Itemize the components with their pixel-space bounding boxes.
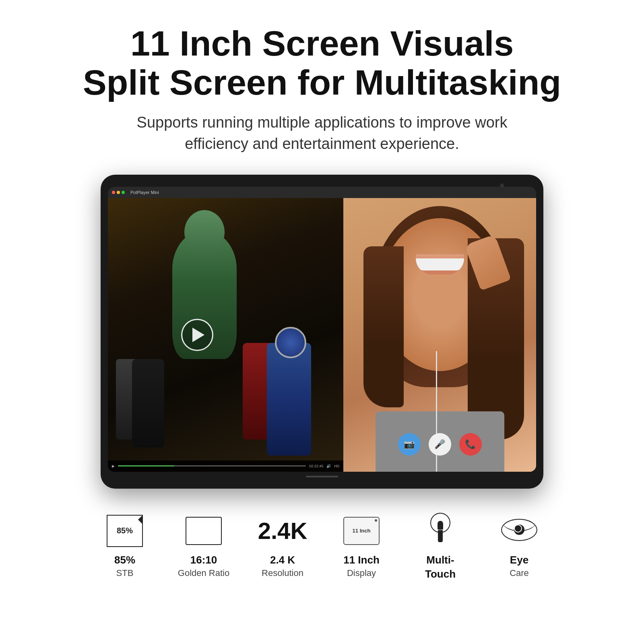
stb-icon: 85% <box>107 515 143 547</box>
blackwidow-figure <box>132 359 164 448</box>
window-title: PotPlayer Mini <box>130 190 159 195</box>
tablet-section: PotPlayer Mini <box>101 175 543 489</box>
progress-fill <box>118 465 174 466</box>
home-indicator <box>306 476 338 477</box>
tablet-frame: PotPlayer Mini <box>101 175 543 489</box>
feature-touch: Multi- Touch <box>404 513 477 580</box>
main-title: 11 Inch Screen Visuals Split Screen for … <box>32 24 612 102</box>
touch-icon-container <box>418 513 462 549</box>
feature-display: 11 Inch 11 Inch Display <box>325 513 398 578</box>
ratio-icon-container <box>182 513 226 549</box>
minimize-dot <box>117 191 120 194</box>
tablet-screen: PotPlayer Mini <box>108 187 536 472</box>
screen-topbar: PotPlayer Mini <box>108 187 536 198</box>
feature-ratio: 16:10 Golden Ratio <box>167 513 240 578</box>
smile-area <box>416 254 464 275</box>
call-controls: 📷 🎤 📞 <box>398 433 482 456</box>
tablet-bottom-bar <box>108 472 536 481</box>
close-dot <box>112 191 115 194</box>
feature-stb: 85% 85% STB <box>89 513 161 578</box>
resolution-label: 2.4 K <box>270 554 295 566</box>
captain-america-figure <box>267 343 311 456</box>
touch-label: Multi- <box>426 554 454 566</box>
eye-icon <box>501 519 537 543</box>
ratio-label: 16:10 <box>190 554 217 566</box>
subtitle: Supports running multiple applications t… <box>32 112 612 155</box>
stb-percent-text: 85% <box>117 526 133 535</box>
stb-label: 85% <box>114 554 135 566</box>
stb-icon-container: 85% <box>103 513 147 549</box>
play-button[interactable] <box>181 319 213 351</box>
feature-resolution: 2.4K 2.4 K Resolution <box>246 513 319 578</box>
eye-sublabel: Care <box>510 568 529 578</box>
ratio-sublabel: Golden Ratio <box>178 568 229 578</box>
touch-sublabel: Touch <box>425 568 456 580</box>
progress-track <box>118 465 306 466</box>
inch-icon-container: 11 Inch <box>339 513 384 549</box>
hair-left <box>363 246 404 407</box>
header-section: 11 Inch Screen Visuals Split Screen for … <box>0 0 644 167</box>
movie-scene: ▶ 02:22:45 🔊 HD <box>108 198 343 472</box>
eye-pupil <box>514 524 524 535</box>
inch-icon-text: 11 Inch <box>353 528 371 534</box>
eye-inner-ring <box>514 524 522 533</box>
finger-body <box>438 530 443 542</box>
resolution-sublabel: Resolution <box>262 568 303 578</box>
screen-content: ▶ 02:22:45 🔊 HD <box>108 198 536 472</box>
inch-icon: 11 Inch <box>343 517 380 545</box>
stb-sublabel: STB <box>116 568 134 578</box>
display-sublabel: Display <box>347 568 376 578</box>
play-triangle-icon <box>192 328 204 342</box>
ratio-icon <box>186 517 222 545</box>
display-label: 11 Inch <box>343 554 380 566</box>
maximize-dot <box>122 191 125 194</box>
touch-icon <box>426 513 454 549</box>
resolution-display: 2.4K <box>258 519 308 543</box>
teeth <box>416 258 464 270</box>
end-call-button[interactable]: 📞 <box>459 433 482 456</box>
eye-icon-container <box>497 513 541 549</box>
movie-panel: ▶ 02:22:45 🔊 HD <box>108 198 343 472</box>
video-call-button[interactable]: 📷 <box>398 433 421 456</box>
finger-tip <box>438 521 443 530</box>
video-time: 02:22:45 <box>309 464 323 468</box>
video-progress-bar: ▶ 02:22:45 🔊 HD <box>108 460 343 472</box>
tablet-camera-icon <box>500 184 504 188</box>
touch-finger <box>438 521 443 542</box>
features-section: 85% 85% STB 16:10 Golden Ratio 2.4K 2.4 … <box>80 497 564 588</box>
video-call-panel: 📷 🎤 📞 <box>343 198 536 472</box>
resolution-icon-container: 2.4K <box>260 513 305 549</box>
mute-button[interactable]: 🎤 <box>429 433 451 456</box>
eye-outer <box>501 519 537 541</box>
window-controls <box>112 191 125 194</box>
tablet-top-bar <box>108 182 536 187</box>
feature-eye: Eye Care <box>483 513 555 578</box>
eye-label: Eye <box>510 554 528 566</box>
